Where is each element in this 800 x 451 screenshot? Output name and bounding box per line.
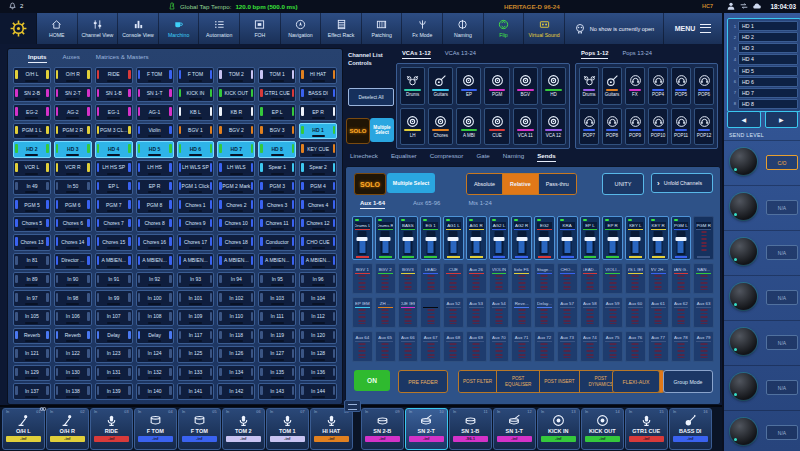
send-fader[interactable] bbox=[494, 231, 503, 255]
aux-send-strip[interactable]: Aux 66 bbox=[398, 331, 419, 362]
channel-button[interactable]: In 93 bbox=[177, 272, 215, 289]
aux-bank-tab[interactable]: Aux 65-96 bbox=[413, 200, 440, 209]
send-fader[interactable] bbox=[426, 231, 435, 255]
rotary-knob[interactable] bbox=[730, 328, 757, 355]
channel-button[interactable]: BGV 2 bbox=[217, 123, 255, 140]
channel-button[interactable]: SN 2-T bbox=[54, 86, 92, 103]
menu-item[interactable]: Console View bbox=[118, 13, 159, 44]
menu-item[interactable]: Marchino bbox=[159, 13, 200, 44]
fader-bank-strip[interactable]: In 06 TOM 2 -inf bbox=[222, 408, 265, 450]
hd-list-row[interactable]: 6 HD 6 bbox=[730, 77, 798, 87]
aux-send-strip[interactable]: LEAD... bbox=[580, 263, 601, 294]
send-fader[interactable] bbox=[449, 231, 458, 255]
menu-item[interactable]: Navigation bbox=[281, 13, 322, 44]
send-mode-button[interactable]: Absolute bbox=[467, 174, 503, 194]
channel-button[interactable]: Chores 4 bbox=[299, 197, 337, 214]
process-tab[interactable]: Linecheck bbox=[350, 152, 378, 162]
fader-cap[interactable] bbox=[607, 237, 618, 241]
channel-button[interactable]: Chores 1 bbox=[177, 197, 215, 214]
send-fader[interactable] bbox=[563, 231, 572, 255]
aux-send-strip[interactable]: LEAD bbox=[420, 263, 441, 294]
aux-send-strip[interactable]: Aux 67 bbox=[420, 331, 441, 362]
channel-button[interactable]: In 98 bbox=[54, 290, 92, 307]
channel-button[interactable]: PGM 7 bbox=[95, 197, 133, 214]
channel-button[interactable]: Delay bbox=[136, 328, 174, 345]
channel-button[interactable]: In 127 bbox=[258, 346, 296, 363]
channel-button[interactable]: HD 1 bbox=[299, 123, 337, 140]
channel-button[interactable]: PGM 6 bbox=[54, 197, 92, 214]
channel-button[interactable]: SN 1-B bbox=[95, 86, 133, 103]
process-tab[interactable]: Compressor bbox=[430, 152, 464, 162]
channel-button[interactable]: CHO CUE bbox=[299, 234, 337, 251]
menu-button[interactable]: MENU bbox=[664, 13, 722, 44]
channel-button[interactable]: EP L bbox=[258, 104, 296, 121]
aux-send-strip[interactable]: Aux 54 bbox=[489, 297, 510, 328]
channel-button[interactable]: HD 5 bbox=[136, 141, 174, 158]
fader-cap[interactable] bbox=[630, 237, 641, 241]
channel-button[interactable]: EP L bbox=[95, 179, 133, 196]
send-point-button[interactable]: POST EQUALISER bbox=[497, 371, 540, 392]
fader-cap[interactable] bbox=[653, 237, 664, 241]
knob-assign-button[interactable]: C/O bbox=[766, 155, 798, 170]
aux-send-strip[interactable]: EP IEM bbox=[352, 297, 373, 328]
channel-button[interactable]: In 95 bbox=[258, 272, 296, 289]
channel-button[interactable]: EG-2 bbox=[13, 104, 51, 121]
aux-send-strip[interactable]: Aux 59 bbox=[602, 297, 623, 328]
channel-button[interactable]: Chores 3 bbox=[258, 197, 296, 214]
send-mode-button[interactable]: Relative bbox=[503, 174, 539, 194]
send-fader[interactable] bbox=[472, 231, 481, 255]
aux-send-strip[interactable]: Aux 52 bbox=[443, 297, 464, 328]
brand-logo[interactable] bbox=[0, 13, 37, 44]
channel-button[interactable]: EP R bbox=[299, 104, 337, 121]
channel-button[interactable]: HD 7 bbox=[217, 141, 255, 158]
sends-multiple-select-button[interactable]: Multiple Select bbox=[387, 173, 435, 193]
channel-button[interactable]: HD 8 bbox=[258, 141, 296, 158]
channel-button[interactable]: F TOM bbox=[177, 67, 215, 84]
channel-button[interactable]: In 109 bbox=[177, 309, 215, 326]
aux-send-strip[interactable]: Aux 53 bbox=[466, 297, 487, 328]
hd-list-row[interactable]: 8 HD 8 bbox=[730, 99, 798, 109]
pop-button[interactable]: Drums bbox=[579, 67, 599, 105]
bank-right-button[interactable]: ▶ bbox=[765, 111, 799, 128]
channel-button[interactable]: Chores 10 bbox=[217, 216, 255, 233]
aux-send-strip[interactable]: Aux 78 bbox=[671, 331, 692, 362]
channel-button[interactable]: In 97 bbox=[13, 290, 51, 307]
vca-button[interactable]: CUE bbox=[484, 108, 509, 146]
rotary-knob[interactable] bbox=[730, 238, 757, 265]
channel-button[interactable]: SN 1-T bbox=[136, 86, 174, 103]
bell-icon[interactable] bbox=[8, 1, 17, 10]
fader-bank-strip[interactable]: In 05 F TOM -inf bbox=[178, 408, 221, 450]
channel-button[interactable]: Reverb bbox=[13, 328, 51, 345]
channel-button[interactable]: Chores 2 bbox=[217, 197, 255, 214]
fader-bank-strip[interactable]: In 08 HI HAT -inf bbox=[310, 408, 353, 450]
knob-assign-button[interactable]: N/A bbox=[766, 290, 798, 305]
channel-button[interactable]: TOM 1 bbox=[258, 67, 296, 84]
channel-button[interactable]: In 117 bbox=[177, 328, 215, 345]
channel-button[interactable]: HD 4 bbox=[95, 141, 133, 158]
channel-button[interactable]: In 128 bbox=[299, 346, 337, 363]
fader-bank-strip[interactable]: In 04 F TOM -inf bbox=[134, 408, 177, 450]
channel-button[interactable]: O/H L bbox=[13, 67, 51, 84]
channel-button[interactable]: PGM 4 bbox=[299, 179, 337, 196]
channel-button[interactable]: In 135 bbox=[258, 365, 296, 382]
channel-button[interactable]: In 132 bbox=[136, 365, 174, 382]
panel-drag-handle[interactable] bbox=[344, 400, 361, 412]
channel-button[interactable]: In 123 bbox=[95, 346, 133, 363]
aux-send-strip[interactable]: AG1 R bbox=[466, 216, 487, 260]
channel-button[interactable]: In 102 bbox=[217, 290, 255, 307]
channel-button[interactable]: F TOM bbox=[136, 67, 174, 84]
channel-button[interactable]: Chores 11 bbox=[258, 216, 296, 233]
aux-send-strip[interactable]: Aux 79 bbox=[693, 331, 714, 362]
aux-send-strip[interactable]: WS L IEM bbox=[625, 263, 646, 294]
vca-button[interactable]: Guitars bbox=[428, 67, 453, 105]
channel-button[interactable]: In 107 bbox=[95, 309, 133, 326]
aux-send-strip[interactable]: Aux 74 bbox=[580, 331, 601, 362]
unity-button[interactable]: UNITY bbox=[602, 173, 644, 195]
channel-button[interactable]: BASS DI bbox=[299, 86, 337, 103]
pop-button[interactable]: Guitars bbox=[602, 67, 622, 105]
channel-button[interactable]: Conductor bbox=[258, 234, 296, 251]
vca-button[interactable]: VCA 11 bbox=[513, 108, 538, 146]
vca-button[interactable]: VCA 12 bbox=[541, 108, 566, 146]
send-fader[interactable] bbox=[517, 231, 526, 255]
channel-button[interactable]: In 96 bbox=[299, 272, 337, 289]
